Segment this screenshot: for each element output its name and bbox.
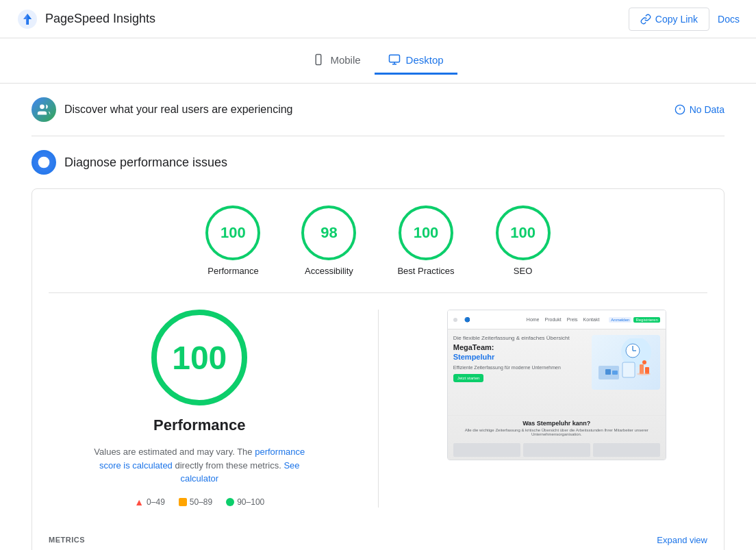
mock-second-section: Was Stempeluhr kann? Alle die wichtige Z… [448,415,666,440]
real-users-icon [32,97,56,122]
legend-red-range: 0–49 [147,497,165,507]
mock-site-heading: MegaTeam: Stempeluhr [453,342,586,362]
svg-rect-22 [612,371,618,375]
mock-logo: 🔵 [464,317,470,323]
mobile-icon [312,53,325,66]
mock-nav-price: Preis [567,317,578,322]
mock-bottom-items [448,440,666,460]
docs-link[interactable]: Docs [718,14,740,25]
diagnose-header: Diagnose performance issues [32,150,724,175]
mock-nav-contact: Kontakt [583,317,600,322]
no-data-button[interactable]: No Data [675,104,724,115]
link-icon [640,14,651,25]
site-screenshot: 🔵 Home Produkt Preis Kontakt Anmelden Re [447,310,666,460]
performance-left: 100 Performance Values are estimated and… [49,310,351,508]
legend-green: 90–100 [226,497,264,507]
mock-nav: 🔵 Home Produkt Preis Kontakt Anmelden Re [448,310,666,329]
diagnose-section: Diagnose performance issues 100 Performa… [32,136,724,550]
mock-bottom-item-2 [523,443,590,457]
mock-bottom-item-3 [593,443,660,457]
users-icon [37,103,51,116]
mock-content: Die flexible Zeiterfassung & einfaches Ü… [448,329,666,415]
mock-nav-home: Home [527,317,540,322]
best-practices-circle: 100 [399,205,453,260]
mock-bottom-item-1 [453,443,520,457]
mock-second-heading: Was Stempeluhr kann? [453,420,660,427]
svg-rect-21 [605,369,611,375]
score-card: 100 Performance 98 Accessibility 100 Bes… [32,188,724,550]
pagespeed-logo-icon [16,8,38,30]
diagnose-title: Diagnose performance issues [64,155,227,170]
mock-nav-buttons: Anmelden Registrieren [609,317,659,323]
mock-subtext: Effiziente Zeiterfassung für moderne Unt… [453,365,586,370]
legend-orange: 50–89 [179,497,212,507]
performance-description: Values are estimated and may vary. The p… [90,445,309,486]
performance-right: 🔵 Home Produkt Preis Kontakt Anmelden Re [406,310,708,508]
orange-square-icon [179,498,187,506]
performance-detail: 100 Performance Values are estimated and… [49,293,707,524]
gauge-icon [37,155,51,169]
metrics-header: METRICS Expand view [49,535,707,545]
tabs-container: Mobile Desktop [0,38,756,84]
svg-rect-3 [389,55,399,62]
tab-desktop-label: Desktop [406,54,444,66]
performance-big-title: Performance [153,416,246,434]
svg-rect-16 [622,362,635,377]
mock-illustration [592,335,660,390]
no-data-label: No Data [690,104,724,115]
score-best-practices[interactable]: 100 Best Practices [397,205,454,276]
performance-divider [378,310,379,508]
svg-rect-18 [640,364,644,374]
metrics-section: METRICS Expand view First Contentful Pai… [49,524,707,551]
accessibility-circle: 98 [301,205,356,260]
desktop-icon [388,53,401,66]
tab-mobile[interactable]: Mobile [299,47,374,75]
scores-row: 100 Performance 98 Accessibility 100 Bes… [49,205,707,293]
score-seo[interactable]: 100 SEO [496,205,551,276]
green-circle-icon [226,498,234,506]
copy-link-label: Copy Link [655,14,698,25]
big-score-circle: 100 [151,310,247,405]
score-accessibility[interactable]: 98 Accessibility [301,205,356,276]
mock-heading-line2: Stempeluhr [453,352,586,362]
svg-point-6 [40,105,45,110]
banner-left: Discover what your real users are experi… [32,97,292,122]
legend-orange-range: 50–89 [190,497,212,507]
mock-text-area: Die flexible Zeiterfassung & einfaches Ü… [453,335,586,410]
real-users-title: Discover what your real users are experi… [64,103,292,116]
info-icon [675,104,685,115]
seo-circle: 100 [496,205,551,260]
tab-mobile-label: Mobile [330,54,360,66]
legend-red: ▲ 0–49 [134,497,165,508]
screenshot-mockup: 🔵 Home Produkt Preis Kontakt Anmelden Re [448,310,666,460]
mock-second-text: Alle die wichtige Zeiterfassung & kritis… [453,428,660,436]
red-triangle-icon: ▲ [134,497,144,508]
performance-label: Performance [207,266,258,276]
svg-point-17 [642,360,646,364]
desc-part2: directly from these metrics. [175,460,281,471]
expand-view-button[interactable]: Expand view [657,535,707,545]
real-users-section: Discover what your real users are experi… [32,84,724,136]
svg-point-20 [637,373,651,375]
accessibility-label: Accessibility [305,266,353,276]
mock-nav-product: Produkt [545,317,562,322]
copy-link-button[interactable]: Copy Link [629,8,709,31]
header-left: PageSpeed Insights [16,8,155,30]
metrics-label: METRICS [49,536,85,544]
mock-btn-2: Registrieren [633,317,659,323]
app-title: PageSpeed Insights [45,12,155,26]
mock-heading-line1: MegaTeam: [453,342,586,352]
mock-nav-dot [453,318,457,322]
best-practices-label: Best Practices [397,266,454,276]
mock-illustration-svg [595,338,657,386]
diagnose-icon [32,150,56,175]
score-performance[interactable]: 100 Performance [205,205,260,276]
header: PageSpeed Insights Copy Link Docs [0,0,756,38]
header-right: Copy Link Docs [629,8,740,31]
mock-btn-1: Anmelden [609,317,631,323]
legend-green-range: 90–100 [237,497,264,507]
seo-label: SEO [514,266,532,276]
mock-cta-button: Jetzt starten [453,374,484,382]
tab-desktop[interactable]: Desktop [375,47,457,75]
mock-tagline: Die flexible Zeiterfassung & einfaches Ü… [453,335,586,341]
